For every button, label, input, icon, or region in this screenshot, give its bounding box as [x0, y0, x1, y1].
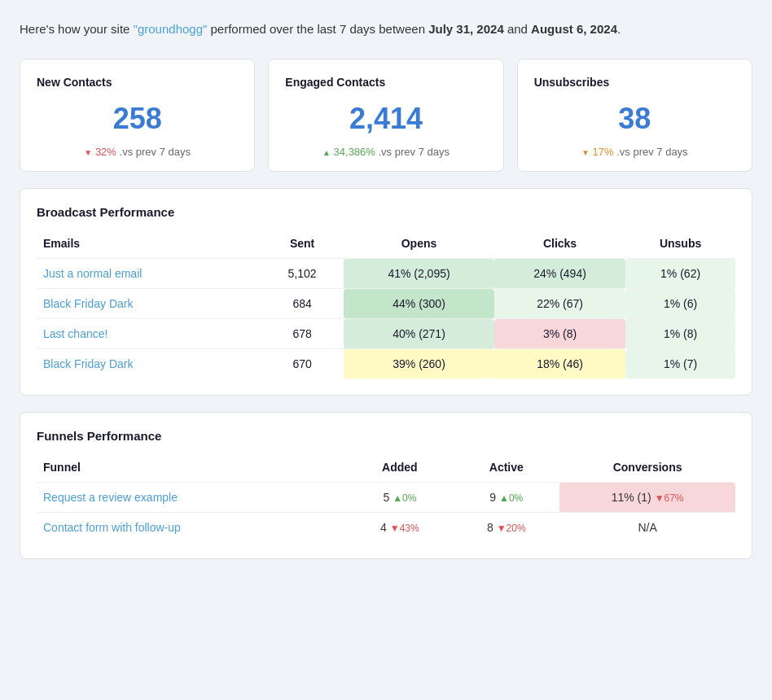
stat-value-0: 258	[37, 102, 238, 136]
broadcast-clicks-2: 3% (8)	[494, 319, 625, 349]
funnels-table: Funnel Added Active Conversions Request …	[37, 456, 735, 542]
stat-value-2: 38	[534, 102, 735, 136]
stat-arrow-1	[322, 146, 331, 158]
stat-card-1: Engaged Contacts2,414 34,386% .vs prev 7…	[268, 59, 503, 172]
broadcast-clicks-1: 22% (67)	[494, 289, 625, 319]
broadcast-opens-1: 44% (300)	[344, 289, 494, 319]
broadcast-sent-1: 684	[261, 289, 344, 319]
broadcast-tbody: Just a normal email5,10241% (2,095)24% (…	[37, 259, 735, 379]
broadcast-unsubs-3: 1% (7)	[625, 349, 735, 379]
stat-change-1: 34,386% .vs prev 7 days	[285, 146, 486, 158]
col-emails: Emails	[37, 232, 261, 259]
col-active: Active	[453, 456, 559, 483]
broadcast-sent-2: 678	[261, 319, 344, 349]
funnels-section: Funnels Performance Funnel Added Active …	[20, 412, 752, 559]
table-row: Contact form with follow-up4 ▼43%8 ▼20%N…	[37, 513, 735, 543]
intro-middle: performed over the last 7 days between	[207, 22, 428, 36]
stat-change-2: 17% .vs prev 7 days	[534, 146, 735, 158]
broadcast-unsubs-1: 1% (6)	[625, 289, 735, 319]
funnel-added-1: 4 ▼43%	[346, 513, 453, 543]
col-funnel: Funnel	[37, 456, 346, 483]
broadcast-unsubs-0: 1% (62)	[625, 259, 735, 289]
date-end: August 6, 2024	[531, 22, 617, 36]
stat-card-2: Unsubscribes38 17% .vs prev 7 days	[517, 59, 752, 172]
funnel-conv-0: 11% (1) ▼67%	[559, 483, 735, 513]
funnel-name-1[interactable]: Contact form with follow-up	[37, 513, 346, 543]
broadcast-email-0[interactable]: Just a normal email	[37, 259, 261, 289]
col-conversions: Conversions	[559, 456, 735, 483]
broadcast-sent-0: 5,102	[261, 259, 344, 289]
funnel-name-0[interactable]: Request a review example	[37, 483, 346, 513]
col-unsubs: Unsubs	[625, 232, 735, 259]
funnels-title: Funnels Performance	[37, 429, 735, 443]
funnel-active-0: 9 ▲0%	[453, 483, 559, 513]
col-opens: Opens	[344, 232, 494, 259]
broadcast-opens-0: 41% (2,095)	[344, 259, 494, 289]
stat-change-suffix-2: .vs prev 7 days	[614, 146, 688, 158]
broadcast-title: Broadcast Performance	[37, 205, 735, 219]
funnel-conv-1: N/A	[559, 513, 735, 543]
stat-change-suffix-0: .vs prev 7 days	[116, 146, 191, 158]
stat-change-val-0: 32%	[95, 146, 116, 158]
stat-title-1: Engaged Contacts	[285, 76, 486, 89]
funnel-added-0: 5 ▲0%	[346, 483, 453, 513]
date-between: and	[504, 22, 531, 36]
funnels-header-row: Funnel Added Active Conversions	[37, 456, 735, 483]
stat-arrow-2	[581, 146, 590, 158]
table-row: Black Friday Dark67039% (260)18% (46)1% …	[37, 349, 735, 379]
stat-change-val-1: 34,386%	[334, 146, 375, 158]
stat-value-1: 2,414	[285, 102, 486, 136]
site-name: "groundhogg"	[134, 22, 208, 36]
table-row: Request a review example5 ▲0%9 ▲0%11% (1…	[37, 483, 735, 513]
broadcast-email-3[interactable]: Black Friday Dark	[37, 349, 261, 379]
stat-title-0: New Contacts	[37, 76, 238, 89]
broadcast-clicks-3: 18% (46)	[494, 349, 625, 379]
col-added: Added	[346, 456, 453, 483]
broadcast-email-1[interactable]: Black Friday Dark	[37, 289, 261, 319]
stat-card-0: New Contacts258 32% .vs prev 7 days	[20, 59, 255, 172]
table-row: Last chance!67840% (271)3% (8)1% (8)	[37, 319, 735, 349]
stat-change-suffix-1: .vs prev 7 days	[375, 146, 450, 158]
funnels-thead: Funnel Added Active Conversions	[37, 456, 735, 483]
stat-change-val-2: 17%	[593, 146, 614, 158]
intro-prefix: Here's how your site	[20, 22, 134, 36]
broadcast-sent-3: 670	[261, 349, 344, 379]
col-sent: Sent	[261, 232, 344, 259]
broadcast-clicks-0: 24% (494)	[494, 259, 625, 289]
table-row: Just a normal email5,10241% (2,095)24% (…	[37, 259, 735, 289]
stat-arrow-0	[84, 146, 92, 158]
funnels-tbody: Request a review example5 ▲0%9 ▲0%11% (1…	[37, 483, 735, 543]
broadcast-section: Broadcast Performance Emails Sent Opens …	[20, 188, 752, 396]
broadcast-opens-2: 40% (271)	[344, 319, 494, 349]
col-clicks: Clicks	[494, 232, 625, 259]
broadcast-header-row: Emails Sent Opens Clicks Unsubs	[37, 232, 735, 259]
broadcast-unsubs-2: 1% (8)	[625, 319, 735, 349]
intro-suffix: .	[617, 22, 621, 36]
intro-text: Here's how your site "groundhogg" perfor…	[20, 20, 752, 39]
stat-change-0: 32% .vs prev 7 days	[37, 146, 238, 158]
broadcast-email-2[interactable]: Last chance!	[37, 319, 261, 349]
stats-row: New Contacts258 32% .vs prev 7 daysEngag…	[20, 59, 752, 172]
stat-title-2: Unsubscribes	[534, 76, 735, 89]
funnel-active-1: 8 ▼20%	[453, 513, 559, 543]
broadcast-opens-3: 39% (260)	[344, 349, 494, 379]
table-row: Black Friday Dark68444% (300)22% (67)1% …	[37, 289, 735, 319]
broadcast-table: Emails Sent Opens Clicks Unsubs Just a n…	[37, 232, 735, 378]
date-start: July 31, 2024	[428, 22, 504, 36]
broadcast-thead: Emails Sent Opens Clicks Unsubs	[37, 232, 735, 259]
